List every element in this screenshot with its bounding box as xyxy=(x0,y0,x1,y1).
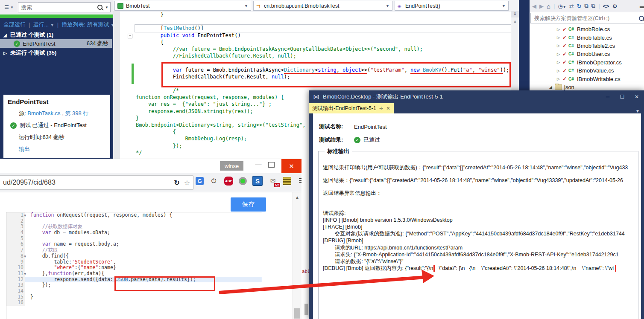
properties-icon[interactable]: ⚙ xyxy=(612,3,618,9)
chevron-down-icon[interactable]: ▼ xyxy=(635,109,644,113)
test-row-endpointtest[interactable]: ✓ EndPointTest 634 毫秒 xyxy=(0,39,112,48)
mail-icon[interactable]: ✉52 xyxy=(268,176,278,186)
fold-icon[interactable]: ▼ xyxy=(24,271,26,277)
solution-file-item[interactable]: ▷✓C#BmobRole.cs xyxy=(530,25,644,33)
collapsed-icon: ▷ xyxy=(557,35,562,40)
stdout-line: 请求的URL: https://api.bmob.cn/1/functions/… xyxy=(323,244,636,251)
group-by-button[interactable]: ☰▼ xyxy=(2,2,16,13)
solution-file-item[interactable]: ▷✓C#BmobTable.cs xyxy=(530,33,644,41)
stdout-line: 返回结果异常信息输出： xyxy=(323,190,636,197)
type-dropdown[interactable]: ⇉ cn.bmob.api.unit.BmobTaskTest▼ xyxy=(253,1,392,11)
cloud-code-line[interactable]: 4 var db = modules.oData; xyxy=(6,230,262,236)
fold-icon[interactable]: ▼ xyxy=(24,254,26,260)
close-icon[interactable]: ✕ xyxy=(629,94,644,100)
scroll-thumb[interactable] xyxy=(294,308,300,319)
close-icon[interactable]: ✕ xyxy=(281,159,302,173)
pin-icon[interactable]: ✛ xyxy=(379,106,383,111)
chevron-down-icon: ▼ xyxy=(105,6,108,9)
adblock-icon[interactable]: ABP xyxy=(224,177,233,186)
cloud-code-line[interactable]: 1▼function onRequest(request, response, … xyxy=(6,212,262,218)
maximize-icon[interactable]: ☐ xyxy=(615,94,629,100)
indicator-margin[interactable] xyxy=(113,11,120,159)
member-dropdown[interactable]: ◈ EndPointTest()▼ xyxy=(395,1,509,11)
translate-icon[interactable]: G xyxy=(196,177,204,185)
copy-icon[interactable]: ⧉ xyxy=(591,3,595,9)
playlist-link[interactable]: 播放列表: 所有测试 xyxy=(61,21,109,28)
cloud-code-line[interactable]: 7 //获取 xyxy=(6,247,262,253)
fold-icon[interactable]: ▼ xyxy=(24,213,26,219)
sogou-icon[interactable]: S xyxy=(252,176,263,186)
forward-icon[interactable]: ▶ xyxy=(539,3,544,9)
code-segment: "where" xyxy=(54,264,74,270)
sync-icon[interactable]: ⇄ xyxy=(569,3,574,9)
view-code-icon[interactable]: <> xyxy=(603,3,609,9)
cloud-code-line[interactable]: 8▼ db.find({ xyxy=(6,253,262,259)
qr-code-icon[interactable] xyxy=(283,177,291,185)
output-window-titlebar[interactable]: ⋈ BmobCore.Desktop - 测试输出-EndPointTest-5… xyxy=(309,90,644,103)
test-search-input[interactable] xyxy=(20,4,97,11)
maximize-icon[interactable] xyxy=(268,162,275,168)
code-segment: name = request.body.a; xyxy=(51,241,119,247)
test-search-box[interactable]: ▼ xyxy=(18,2,111,12)
minimize-icon[interactable]: ─ xyxy=(600,94,615,100)
cloud-code-line[interactable]: 9 table:'StudentScore', xyxy=(6,259,262,265)
cloud-code-line[interactable]: 16 xyxy=(6,300,262,306)
minimize-icon[interactable]: — xyxy=(250,160,267,168)
source-link[interactable]: BmobTask.cs , 第 398 行 xyxy=(27,110,88,116)
source-control-check-icon: ✓ xyxy=(562,68,568,74)
pending-changes-icon[interactable]: ◷▼ xyxy=(558,3,566,9)
output-tab[interactable]: 测试输出-EndPointTest-5-1 ✛ ✕ xyxy=(309,103,394,113)
search-icon xyxy=(639,16,644,21)
cloud-code-line[interactable]: 2 xyxy=(6,218,262,224)
cloud-code-editor[interactable]: 1▼function onRequest(request, response, … xyxy=(6,212,262,319)
fold-collapse-icon[interactable]: − xyxy=(128,34,132,38)
solution-file-item[interactable]: ▷✓C#IBmobWritable.cs xyxy=(530,75,644,83)
save-button[interactable]: 保存 xyxy=(231,197,266,212)
group-passed-tests[interactable]: ◢ 已通过 个测试 (1) xyxy=(0,31,112,39)
separator: | xyxy=(553,3,555,9)
cloud-code-line[interactable]: 3 //获取数据库对象 xyxy=(6,224,262,230)
separator: | xyxy=(57,21,59,28)
project-dropdown[interactable]: BmobTest▼ xyxy=(114,1,251,11)
browser-titlebar[interactable]: winse — ✕ xyxy=(0,159,302,173)
run-link[interactable]: 运行... xyxy=(33,21,49,28)
code-segment: } xyxy=(136,12,164,17)
solution-file-item[interactable]: ▷✓C#IBmobValue.cs xyxy=(530,67,644,75)
search-icon xyxy=(97,5,102,10)
csharp-file-icon: C# xyxy=(568,44,577,48)
bookmark-star-icon[interactable]: ☆ xyxy=(184,179,190,187)
code-segment: //var future = Bmob.EndpointTaskAsync<Qu… xyxy=(136,46,423,52)
cloud-code-line[interactable]: 5 xyxy=(6,236,262,242)
scroll-up-icon[interactable]: ▲ xyxy=(513,19,517,23)
code-line xyxy=(136,18,510,25)
solution-search-box[interactable] xyxy=(530,13,644,23)
solution-file-item[interactable]: ▷✓C#BmobUser.cs xyxy=(530,50,644,58)
group-label: 未运行 个测试 (35) xyxy=(10,49,56,57)
home-icon[interactable]: ⌂ xyxy=(547,3,550,10)
output-link[interactable]: 输出 xyxy=(19,145,110,153)
reload-icon[interactable]: ↻ xyxy=(174,179,179,187)
group-notrun-tests[interactable]: ▷ 未运行 个测试 (35) xyxy=(0,49,112,57)
chevron-down-icon: ▼ xyxy=(244,4,248,8)
code-segment: onRequest(request, response, modules) { xyxy=(54,212,172,218)
power-icon[interactable]: ⏻︎ xyxy=(209,176,219,186)
cloud-code-line[interactable]: 6 var name = request.body.a; xyxy=(6,241,262,247)
refresh-icon[interactable]: ↻ xyxy=(577,3,582,9)
collapse-all-icon[interactable]: ⧉ xyxy=(585,3,588,9)
code-segment: var res = {"value": "just string..."} ; xyxy=(136,101,272,107)
back-icon[interactable]: ◀ xyxy=(532,3,536,9)
solution-search-input[interactable] xyxy=(533,15,639,22)
code-segment: table: xyxy=(30,259,72,265)
page-scrollbar[interactable]: ▲ xyxy=(293,192,302,319)
close-icon[interactable]: ✕ xyxy=(386,106,390,111)
code-segment: }); xyxy=(136,143,182,149)
proxy-status-icon[interactable] xyxy=(239,177,247,185)
browser-toolbar: ud/20957/cid/683 ↻ ☆ G ⏻︎ ABP S ✉52 ☰ xyxy=(0,173,302,192)
run-all-link[interactable]: 全部运行 xyxy=(3,21,26,28)
scroll-up-icon[interactable]: ▲ xyxy=(293,192,302,200)
solution-file-item[interactable]: ▷✓C#BmobTable2.cs xyxy=(530,42,644,50)
solution-file-item[interactable]: ▷✓C#IBmobOperator.cs xyxy=(530,58,644,67)
address-bar[interactable]: ud/20957/cid/683 ↻ ☆ xyxy=(0,175,194,190)
splitter-icon[interactable]: ⇕ xyxy=(511,11,519,17)
minimize-icon[interactable]: ▬ xyxy=(640,3,644,9)
